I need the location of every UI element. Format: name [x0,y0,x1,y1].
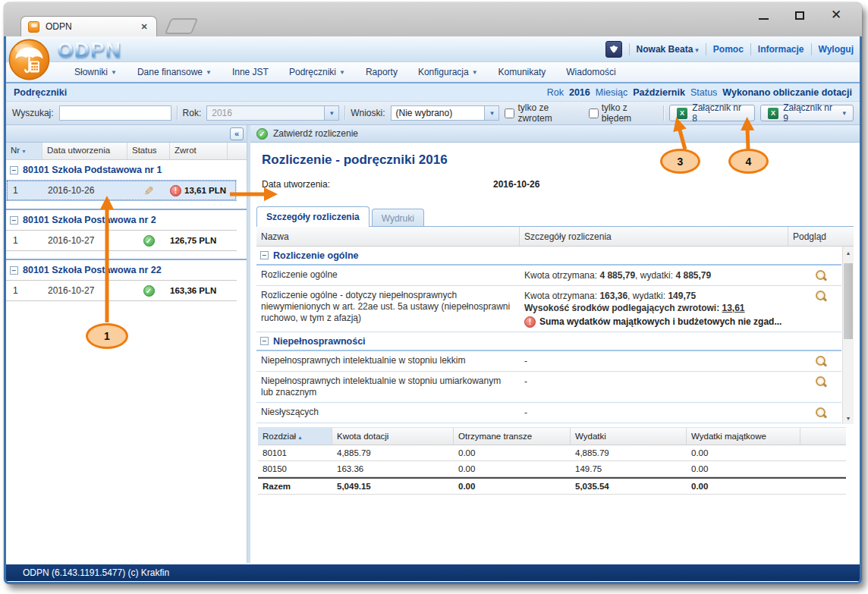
edit-pencil-icon [143,184,153,198]
details-content: Rozliczenie ogólne Rozliczenie ogólne Kw… [256,247,841,424]
created-date-label: Data utworzenia: [262,179,493,190]
scrollbar-thumb[interactable] [844,263,853,339]
zwrot-checkbox-input[interactable] [505,108,514,118]
wnioski-select[interactable]: (Nie wybrano) [391,105,500,121]
menu-slowniki[interactable]: Słowniki▼ [74,67,117,77]
new-tab-stub[interactable] [165,18,198,34]
column-header-otrzymane-transze[interactable]: Otrzymane transze [454,428,571,445]
details-row[interactable]: Niepełnosprawnych intelektualnie w stopn… [256,372,841,403]
detail-panel-toolbar: Zatwierdź rozliczenie [250,125,860,143]
summary-row[interactable]: 80101 4,885.79 0.00 4,885.79 0.00 [258,445,846,461]
statusbar: ODPN (6.143.1191.5477) (c) Krakfin [6,564,860,581]
group-header[interactable]: 80101 Szkoła Podstawowa nr 1 [6,160,247,180]
details-row[interactable]: Niesłyszących - [256,403,841,423]
minimize-button[interactable] [757,9,769,21]
error-icon [170,185,181,196]
menu-podreczniki[interactable]: Podręczniki▼ [289,67,345,77]
search-input[interactable] [59,105,171,121]
minimize-icon [759,18,769,20]
column-header-kwota-dotacji[interactable]: Kwota dotacji [332,428,454,445]
column-header-status[interactable]: Status [127,143,170,159]
school-group: 80101 Szkoła Postawowa nr 22 1 2016-10-2… [6,259,247,301]
tab-wydruki[interactable]: Wydruki [372,209,424,227]
excel-icon [677,108,688,119]
section-header-rozliczenie-ogolne[interactable]: Rozliczenie ogólne [256,247,841,266]
zalacznik-9-button[interactable]: Załącznik nr 9 ▾ [760,105,854,121]
vertical-scrollbar[interactable] [842,247,854,424]
annotation-circle-1: 1 [86,323,128,349]
error-icon [524,316,536,328]
left-table-header: Nr Data utworzenia Status Zwrot [6,143,247,160]
rok-value: 2016 [569,87,590,98]
maximize-button[interactable] [794,9,806,21]
details-row[interactable]: Słabosłyszących - [256,423,841,424]
scroll-down-icon[interactable] [843,412,854,424]
approve-settlement-button[interactable]: Zatwierdź rozliczenie [256,128,358,140]
preview-magnifier-icon[interactable] [816,270,827,281]
menu-konfiguracja[interactable]: Konfiguracja▼ [418,67,478,77]
column-header-rozdzial[interactable]: Rozdział [258,428,332,445]
preview-magnifier-icon[interactable] [816,356,827,367]
preview-magnifier-icon[interactable] [816,407,827,419]
window-titlebar: ODPN [4,2,862,36]
left-panel-header [6,125,247,143]
zalacznik-8-button[interactable]: Załącznik nr 8 [669,105,755,121]
settlement-title: Rozliczenie - podręczniki 2016 [262,152,860,168]
filter-toolbar: Wyszukaj: Rok: 2016 Wnioski: (Nie wybran… [6,102,860,125]
chevron-down-icon: ▾ [695,46,699,54]
menu-inne-jst[interactable]: Inne JST [232,67,269,77]
column-header-szczegoly[interactable]: Szczegóły rozliczenia [520,227,788,246]
table-row[interactable]: 1 2016-10-26 13,61 PLN [6,180,237,201]
help-link[interactable]: Pomoc [713,44,744,55]
column-header-data-utworzenia[interactable]: Data utworzenia [42,143,127,159]
filter-blad-checkbox[interactable]: tylko z błędem [589,102,658,124]
rok-combo-label: Rok: [183,108,202,118]
page-title: Podręczniki [14,87,67,98]
wnioski-combo-label: Wnioski: [351,108,385,118]
browser-tab-odpn[interactable]: ODPN [20,16,157,36]
header-separator [629,43,630,55]
tab-close-icon[interactable] [139,22,149,32]
user-menu[interactable]: Nowak Beata▾ [637,44,699,55]
period-status: Rok 2016 Miesiąc Październik Status Wyko… [547,87,852,98]
details-row[interactable]: Rozliczenie ogólne - dotyczy niepełnospr… [256,286,841,332]
preview-magnifier-icon[interactable] [816,376,827,388]
section-header-niepelnosprawnosci[interactable]: Niepełnosprawności [256,332,841,351]
details-row[interactable]: Rozliczenie ogólne Kwota otrzymana: 4 88… [256,266,841,286]
column-header-podglad[interactable]: Podgląd [788,227,841,246]
column-header-nr[interactable]: Nr [6,143,42,159]
app-area: ODPN Nowak Beata▾ Pomoc Informacje Wylog… [4,36,862,584]
ok-check-icon [143,285,155,297]
filter-zwrot-checkbox[interactable]: tylko ze zwrotem [505,102,583,124]
blad-checkbox-input[interactable] [589,108,599,118]
scroll-up-icon[interactable] [843,247,854,259]
logout-link[interactable]: Wyloguj [819,44,854,55]
column-header-wydatki[interactable]: Wydatki [571,428,687,445]
menu-komunikaty[interactable]: Komunikaty [498,67,546,77]
collapse-group-icon[interactable] [10,266,18,275]
rok-select[interactable]: 2016 [206,105,339,121]
collapse-panel-button[interactable] [230,127,244,140]
table-row[interactable]: 1 2016-10-27 163,36 PLN [6,280,237,301]
column-header-nazwa[interactable]: Nazwa [256,227,520,246]
info-link[interactable]: Informacje [758,44,804,55]
collapse-section-icon[interactable] [260,337,269,345]
preview-magnifier-icon[interactable] [816,291,827,302]
app-header: ODPN Nowak Beata▾ Pomoc Informacje Wylog… [6,36,860,62]
menu-dane-finansowe[interactable]: Dane finansowe▼ [137,67,212,77]
menu-raporty[interactable]: Raporty [366,67,398,77]
detail-tabs: Szczegóły rozliczenia Wydruki [256,206,854,227]
table-row[interactable]: 1 2016-10-27 126,75 PLN [6,230,237,251]
close-button[interactable] [830,9,842,21]
collapse-section-icon[interactable] [260,251,269,259]
collapse-group-icon[interactable] [10,216,18,225]
group-header[interactable]: 80101 Szkoła Postawowa nr 22 [6,260,247,280]
column-header-wydatki-majatkowe[interactable]: Wydatki majątkowe [687,428,800,445]
menu-wiadomosci[interactable]: Wiadomości [566,67,615,77]
details-row[interactable]: Niepełnosprawnych intelektualnie w stopn… [256,351,841,372]
collapse-group-icon[interactable] [10,166,18,174]
column-header-zwrot[interactable]: Zwrot [170,143,228,159]
summary-row[interactable]: 80150 163.36 0.00 149.75 0.00 [258,461,846,477]
tab-szczegoly-rozliczenia[interactable]: Szczegóły rozliczenia [256,206,370,227]
group-header[interactable]: 80101 Szkoła Postawowa nr 2 [6,210,247,230]
